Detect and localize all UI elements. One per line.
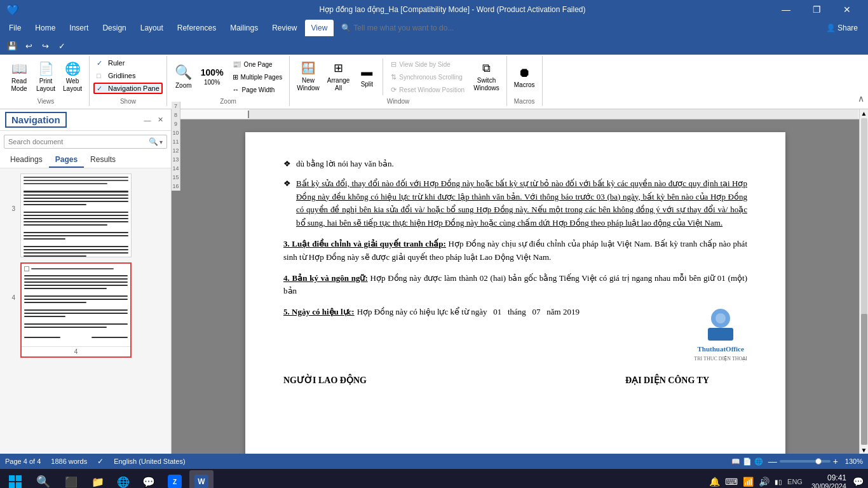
gridlines-checkbox[interactable]: □ Gridlines: [93, 70, 139, 81]
pages-area[interactable]: 3: [0, 168, 171, 454]
scroll-up-btn[interactable]: ▲: [860, 109, 868, 117]
svg-rect-1: [173, 109, 249, 119]
arrange-all-btn[interactable]: ⊞ ArrangeAll: [324, 59, 353, 95]
navigation-pane-checkbox[interactable]: ✓ Navigation Pane: [93, 83, 163, 94]
section-5: 5. Ngày có hiệu lực: Hợp Đồng này có hiệ…: [283, 306, 747, 363]
search-taskbar-btn[interactable]: 🔍: [31, 469, 56, 488]
search-icon[interactable]: 🔍: [149, 137, 158, 146]
gridlines-check-icon: □: [97, 72, 105, 79]
menu-insert[interactable]: Insert: [63, 20, 95, 36]
task-view-btn[interactable]: ⬛: [58, 469, 84, 488]
split-btn[interactable]: ▬ Split: [354, 59, 379, 95]
ruler-label: Ruler: [108, 59, 125, 67]
search-dropdown-icon[interactable]: ▾: [159, 139, 163, 146]
menu-view[interactable]: View: [305, 20, 334, 36]
view-side-label: View Side by Side: [399, 61, 450, 68]
print-layout-btn[interactable]: 📄 PrintLayout: [33, 59, 58, 95]
tab-headings[interactable]: Headings: [4, 152, 49, 168]
print-layout-label: PrintLayout: [36, 78, 55, 93]
one-page-label: One Page: [244, 61, 273, 68]
menu-references[interactable]: References: [171, 20, 222, 36]
zoom-btn[interactable]: 🔍 Zoom: [171, 59, 196, 95]
scroll-track[interactable]: [861, 118, 867, 445]
bullet-item-1: ❖ dù bằng lời nói hay văn bản.: [283, 158, 747, 171]
menu-mailings[interactable]: Mailings: [224, 20, 264, 36]
file-explorer-app[interactable]: 📁: [86, 470, 109, 488]
search-input[interactable]: [8, 138, 149, 146]
volume-icon[interactable]: 🔊: [759, 477, 770, 487]
menu-layout[interactable]: Layout: [134, 20, 170, 36]
status-print-icon[interactable]: 📄: [743, 458, 752, 466]
notifications-btn[interactable]: 💬: [850, 469, 865, 488]
menu-home[interactable]: Home: [29, 20, 62, 36]
macros-group-label: Macros: [514, 98, 535, 105]
undo-btn[interactable]: ↩: [22, 39, 36, 53]
scroll-down-btn[interactable]: ▼: [860, 446, 868, 454]
network-icon[interactable]: 📶: [743, 477, 754, 487]
one-page-btn[interactable]: 📰 One Page: [229, 58, 286, 70]
page-width-btn[interactable]: ↔ Page Width: [229, 84, 286, 95]
vertical-scrollbar[interactable]: ▲ ▼: [859, 109, 868, 454]
zoom-icon: 🔍: [175, 64, 192, 81]
multiple-pages-btn[interactable]: ⊞ Multiple Pages: [229, 71, 286, 83]
scroll-thumb[interactable]: [861, 314, 867, 445]
share-button[interactable]: 👤 Share: [818, 24, 865, 32]
start-btn[interactable]: [3, 469, 28, 488]
menu-design[interactable]: Design: [96, 20, 132, 36]
edge-app[interactable]: 🌐: [112, 470, 135, 488]
zalo-app[interactable]: Z: [163, 470, 187, 488]
keyboard-icon[interactable]: ⌨: [725, 477, 738, 487]
nav-minimize-btn[interactable]: —: [142, 114, 153, 126]
redo-btn[interactable]: ↪: [38, 39, 52, 53]
zoom-100-btn[interactable]: 100% 100%: [198, 59, 227, 95]
split-label: Split: [361, 81, 373, 88]
teams-app[interactable]: 💬: [137, 470, 160, 488]
nav-close-btn[interactable]: ✕: [154, 114, 166, 126]
minimize-button[interactable]: —: [771, 0, 801, 19]
check-btn[interactable]: ✓: [55, 39, 69, 53]
page-width-label: Page Width: [242, 86, 275, 93]
sync-scroll-icon: ⇅: [391, 73, 397, 81]
zoom-in-btn[interactable]: +: [833, 456, 838, 466]
view-side-by-side-btn[interactable]: ⊟ View Side by Side: [388, 58, 468, 70]
web-layout-btn[interactable]: 🌐 WebLayout: [60, 59, 85, 95]
window-group-label: Window: [387, 98, 410, 105]
ruler-checkbox[interactable]: ✓ Ruler: [93, 57, 128, 69]
search-box[interactable]: 🔍 ▾: [4, 135, 167, 149]
arrange-all-icon: ⊞: [334, 62, 343, 76]
sync-scrolling-btn[interactable]: ⇅ Synchronous Scrolling: [388, 71, 468, 83]
menu-file[interactable]: File: [3, 20, 27, 36]
notification-icon[interactable]: 🔔: [709, 477, 720, 487]
close-button[interactable]: ✕: [832, 0, 862, 19]
ribbon-collapse-btn[interactable]: ∧: [857, 92, 865, 105]
word-app[interactable]: W: [189, 470, 214, 488]
zoom-out-btn[interactable]: —: [768, 456, 777, 466]
search-taskbar-icon: 🔍: [36, 475, 50, 488]
svg-rect-7: [9, 482, 15, 488]
maximize-button[interactable]: ❐: [802, 0, 831, 19]
sync-scroll-label: Synchronous Scrolling: [399, 74, 463, 81]
status-bar: Page 4 of 4 1886 words ✓ English (United…: [0, 454, 868, 469]
new-window-btn[interactable]: 🪟 NewWindow: [294, 59, 323, 95]
switch-windows-btn[interactable]: ⧉ SwitchWindows: [470, 59, 503, 95]
page-3-lines: [24, 177, 128, 257]
read-mode-icon: 📖: [11, 61, 27, 76]
help-search[interactable]: [353, 24, 480, 32]
save-quick-btn[interactable]: 💾: [5, 39, 19, 53]
tab-pages[interactable]: Pages: [49, 152, 84, 168]
page-4-thumb[interactable]: 4: [20, 262, 132, 358]
menu-review[interactable]: Review: [266, 20, 303, 36]
page-3-container: 3: [5, 173, 166, 257]
status-read-icon[interactable]: 📖: [731, 458, 740, 466]
tab-results[interactable]: Results: [84, 152, 122, 168]
status-web-icon[interactable]: 🌐: [754, 458, 763, 466]
thuthuatoffice-logo: ThuthuatOffice TRI THUC DIỆN THOẠI: [694, 306, 747, 363]
zoom-handle[interactable]: [815, 458, 822, 464]
read-mode-label: ReadMode: [11, 78, 27, 93]
document-area[interactable]: 7 8 9 10 11 12 13 14 15 16 ❖ dù bằng lời…: [172, 119, 859, 454]
page-3-thumb[interactable]: [20, 173, 132, 257]
zoom-track[interactable]: [780, 460, 831, 463]
reset-window-btn[interactable]: ⟳ Reset Window Position: [388, 84, 468, 95]
read-mode-btn[interactable]: 📖 ReadMode: [6, 59, 32, 95]
macros-btn[interactable]: ⏺ Macros: [511, 59, 538, 95]
